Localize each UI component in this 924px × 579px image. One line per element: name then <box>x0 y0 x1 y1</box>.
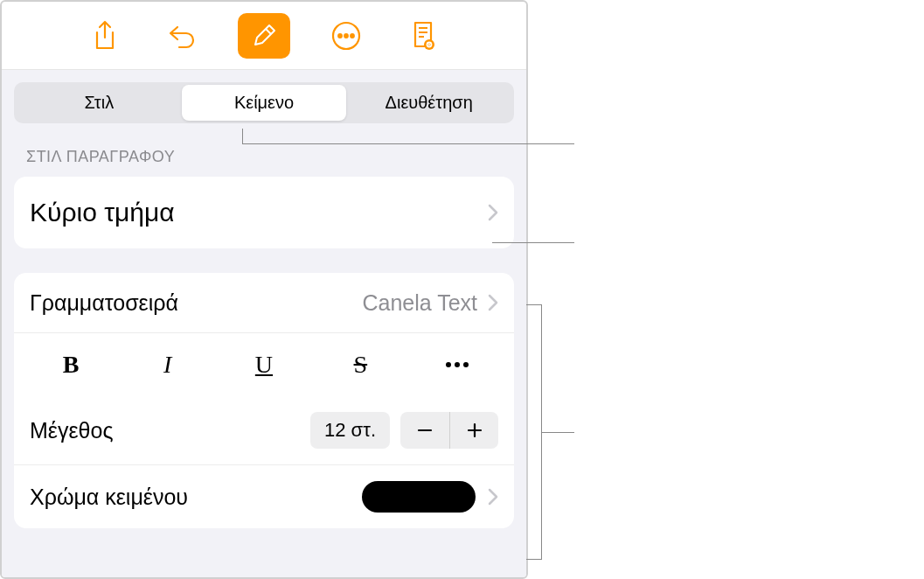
svg-point-1 <box>338 34 342 38</box>
strikethrough-button[interactable]: S <box>336 345 385 384</box>
paragraph-style-card: Κύριο τμήμα <box>14 177 514 248</box>
share-button[interactable] <box>84 15 126 57</box>
size-value[interactable]: 12 στ. <box>310 412 390 449</box>
chevron-right-icon <box>488 294 498 311</box>
tab-style[interactable]: Στιλ <box>17 85 182 121</box>
chevron-right-icon <box>488 488 498 506</box>
size-decrease-button[interactable] <box>400 412 449 449</box>
italic-button[interactable]: I <box>143 345 192 384</box>
text-style-row: B I U S <box>14 332 514 396</box>
paragraph-style-value: Κύριο τμήμα <box>30 198 488 227</box>
format-tabs: Στιλ Κείμενο Διευθέτηση <box>14 82 514 123</box>
plus-icon <box>466 422 483 439</box>
font-card: Γραμματοσειρά Canela Text B I U S Μέγεθο… <box>14 273 514 528</box>
tab-text[interactable]: Κείμενο <box>182 85 347 121</box>
size-increase-button[interactable] <box>449 412 498 449</box>
size-label: Μέγεθος <box>30 418 310 443</box>
text-color-label: Χρώμα κειμένου <box>30 485 362 510</box>
callout-line <box>242 129 574 144</box>
font-value: Canela Text <box>362 290 477 316</box>
paragraph-style-row[interactable]: Κύριο τμήμα <box>14 177 514 248</box>
document-view-button[interactable] <box>402 15 444 57</box>
svg-point-2 <box>344 34 348 38</box>
callout-line <box>526 304 542 560</box>
size-row: Μέγεθος 12 στ. <box>14 396 514 464</box>
bold-button[interactable]: B <box>46 345 95 384</box>
callout-line <box>542 432 574 433</box>
svg-point-6 <box>428 44 430 45</box>
text-color-swatch[interactable] <box>362 481 476 513</box>
format-button[interactable] <box>238 13 290 59</box>
paragraph-style-heading: ΣΤΙΛ ΠΑΡΑΓΡΑΦΟΥ <box>26 148 514 166</box>
minus-icon <box>416 422 434 439</box>
size-stepper <box>400 412 498 449</box>
font-row[interactable]: Γραμματοσειρά Canela Text <box>14 273 514 332</box>
more-dots-icon <box>446 362 469 367</box>
more-text-options-button[interactable] <box>433 345 482 384</box>
text-color-row[interactable]: Χρώμα κειμένου <box>14 464 514 528</box>
tab-arrange[interactable]: Διευθέτηση <box>346 85 511 121</box>
format-content: Στιλ Κείμενο Διευθέτηση ΣΤΙΛ ΠΑΡΑΓΡΑΦΟΥ … <box>2 70 526 577</box>
format-panel: Στιλ Κείμενο Διευθέτηση ΣΤΙΛ ΠΑΡΑΓΡΑΦΟΥ … <box>0 0 528 579</box>
callout-line <box>492 242 574 243</box>
font-label: Γραμματοσειρά <box>30 290 362 316</box>
underline-button[interactable]: U <box>240 345 288 384</box>
svg-point-3 <box>351 34 354 38</box>
size-controls: 12 στ. <box>310 412 498 449</box>
top-toolbar <box>2 2 526 70</box>
chevron-right-icon <box>488 204 498 221</box>
more-button[interactable] <box>325 15 367 57</box>
undo-button[interactable] <box>161 15 203 57</box>
